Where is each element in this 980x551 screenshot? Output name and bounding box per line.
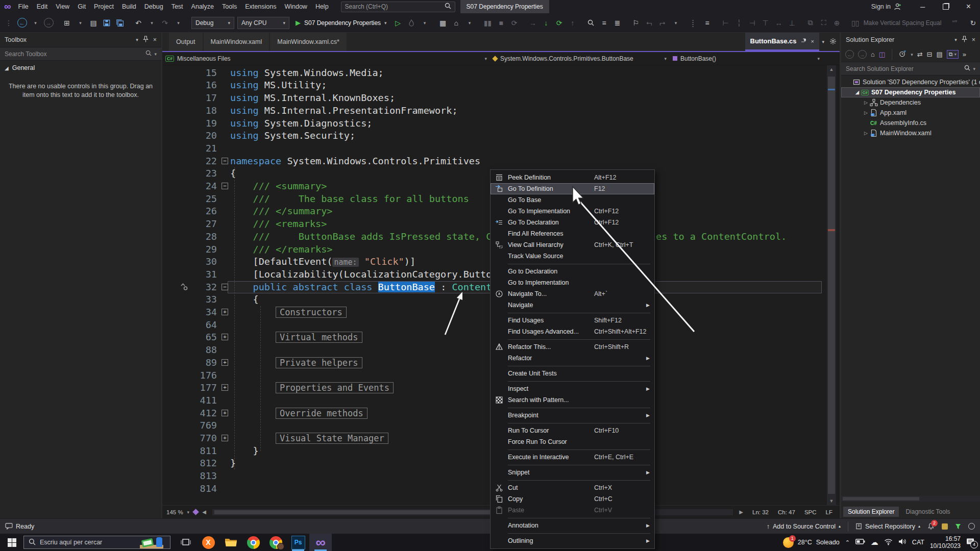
expand-region-icon[interactable]: + bbox=[222, 435, 228, 441]
menu-item-inspect[interactable]: Inspect▶ bbox=[491, 383, 654, 394]
spacing-icon[interactable]: ▯▯ bbox=[849, 16, 862, 30]
collapse-arrow-icon[interactable]: ◢ bbox=[854, 90, 861, 95]
tab-mainwindow-xaml[interactable]: MainWindow.xaml bbox=[204, 33, 270, 51]
feedback-icon[interactable] bbox=[5, 523, 13, 530]
expand-icon[interactable]: ⛶ bbox=[817, 16, 830, 30]
tree-item-s07-dependency-properties[interactable]: ◢C#S07 Dependency Properties bbox=[841, 87, 980, 97]
align-bottom-icon[interactable]: ⊥ bbox=[786, 16, 799, 30]
align-top-icon[interactable]: ⊤ bbox=[759, 16, 772, 30]
bookmark-icon[interactable]: ⚐ bbox=[629, 16, 643, 30]
menu-item-execute-in-interactive[interactable]: Execute in InteractiveCtrl+E, Ctrl+E bbox=[491, 452, 654, 463]
save-icon[interactable] bbox=[100, 16, 113, 30]
select-repository-button[interactable]: Select Repository ▴ bbox=[855, 523, 920, 530]
editor-options-gear-icon[interactable] bbox=[829, 38, 837, 46]
home-icon[interactable]: ⌂ bbox=[871, 51, 875, 58]
outdent-icon[interactable]: ≡ bbox=[701, 16, 714, 30]
taskbar-app-task-view[interactable] bbox=[175, 534, 197, 551]
hot-reload-icon[interactable] bbox=[405, 16, 418, 30]
dropdown-caret-icon[interactable]: ▾ bbox=[669, 16, 682, 30]
menu-item-search-with-pattern-[interactable]: Search with Pattern... bbox=[491, 394, 654, 406]
scroll-down-icon[interactable]: ▼ bbox=[827, 498, 836, 504]
dropdown-caret-icon[interactable]: ▾ bbox=[172, 16, 185, 30]
close-tab-icon[interactable]: × bbox=[811, 38, 814, 44]
expand-region-icon[interactable]: + bbox=[222, 410, 228, 416]
keyboard-language[interactable]: CAT bbox=[912, 539, 924, 546]
tool-tab-solution-explorer[interactable]: Solution Explorer bbox=[843, 507, 899, 517]
solution-explorer-search[interactable]: Search Solution Explorer ▾ bbox=[841, 62, 980, 76]
menu-item-go-to-declaration[interactable]: Go to Declaration bbox=[491, 266, 654, 277]
close-icon[interactable]: × bbox=[972, 36, 975, 43]
weather-widget[interactable]: 1 28°C Soleado bbox=[783, 537, 840, 548]
menu-help[interactable]: Help bbox=[311, 0, 333, 13]
filter-caret-icon[interactable]: ▾ bbox=[911, 52, 913, 57]
action-center-button[interactable]: 4 bbox=[966, 538, 975, 547]
chevron-down-icon[interactable]: ▾ bbox=[136, 37, 138, 42]
menu-debug[interactable]: Debug bbox=[140, 0, 167, 13]
dropdown-caret-icon[interactable]: ▾ bbox=[418, 16, 431, 30]
status-line-ending[interactable]: LF bbox=[826, 509, 832, 515]
collapse-region-icon[interactable]: − bbox=[222, 158, 228, 164]
menu-item-annotation[interactable]: Annotation▶ bbox=[491, 520, 654, 531]
tree-item-mainwindow-xaml[interactable]: ▷MainWindow.xaml bbox=[841, 128, 980, 138]
step-out-icon[interactable]: ↑ bbox=[566, 16, 579, 30]
sign-in-status-icon[interactable] bbox=[942, 523, 948, 530]
dropdown-caret-icon[interactable]: ▾ bbox=[74, 16, 87, 30]
solutions-folders-toggle[interactable]: ⧉▾ bbox=[947, 50, 959, 59]
close-icon[interactable]: × bbox=[153, 36, 157, 43]
menu-item-outlining[interactable]: Outlining▶ bbox=[491, 535, 654, 546]
zoom-level[interactable]: 145 % bbox=[166, 509, 183, 515]
step-over-icon[interactable]: ⟳ bbox=[553, 16, 566, 30]
chevron-down-icon[interactable]: ▾ bbox=[954, 37, 957, 42]
menu-item-track-value-source[interactable]: Track Value Source bbox=[491, 251, 654, 262]
restart-icon[interactable]: ⟳ bbox=[508, 16, 521, 30]
breadcrumb-0[interactable]: C#Miscellaneous Files▾ bbox=[162, 52, 490, 65]
menu-extensions[interactable]: Extensions bbox=[241, 0, 280, 13]
code-line[interactable]: 18using MS.Internal.PresentationFramewor… bbox=[162, 105, 827, 117]
pin-icon[interactable] bbox=[962, 36, 967, 44]
forward-icon[interactable]: → bbox=[858, 50, 867, 59]
collapsed-region-label[interactable]: Private helpers bbox=[276, 357, 362, 368]
menu-project[interactable]: Project bbox=[90, 0, 118, 13]
menu-item-find-usages[interactable]: Find UsagesShift+F12 bbox=[491, 315, 654, 326]
breadcrumb-2[interactable]: ButtonBase()▾ bbox=[670, 52, 823, 65]
toolbox-section-general[interactable]: ◢ General bbox=[0, 61, 161, 75]
comment-icon[interactable]: ≡ bbox=[598, 16, 611, 30]
expand-region-icon[interactable]: + bbox=[222, 309, 228, 315]
redo-icon[interactable]: ↷ bbox=[158, 16, 172, 30]
keep-open-icon[interactable] bbox=[801, 38, 807, 45]
overflow-icon[interactable]: » bbox=[963, 51, 966, 58]
code-line[interactable]: 16using MS.Utility; bbox=[162, 79, 827, 92]
code-line[interactable]: 22−namespace System.Windows.Controls.Pri… bbox=[162, 155, 827, 168]
same-size-icon[interactable]: ⧉ bbox=[804, 16, 817, 30]
tree-item-solution-s07-dependency-properties-1-of-1[interactable]: Solution 'S07 Dependency Properties' (1 … bbox=[841, 77, 980, 87]
taskbar-app-xampp[interactable]: X bbox=[197, 534, 219, 551]
menu-item-find-usages-advanced-[interactable]: Find Usages Advanced...Ctrl+Shift+Alt+F1… bbox=[491, 326, 654, 337]
volume-icon[interactable] bbox=[898, 538, 906, 546]
bookmark-prev-icon[interactable]: ⮢ bbox=[643, 16, 656, 30]
undo-icon[interactable]: ↶ bbox=[132, 16, 145, 30]
collapsed-region-label[interactable]: Constructors bbox=[276, 307, 347, 318]
menu-item-copy[interactable]: CopyCtrl+C bbox=[491, 493, 654, 505]
tree-item-assemblyinfo-cs[interactable]: C#AssemblyInfo.cs bbox=[841, 118, 980, 128]
menu-item-navigate-to-[interactable]: Navigate To...Alt+` bbox=[491, 288, 654, 299]
scroll-left-icon[interactable]: ◀ bbox=[202, 509, 206, 515]
switch-views-icon[interactable]: ◫ bbox=[879, 51, 885, 58]
scrollbar-thumb[interactable] bbox=[828, 77, 835, 494]
menu-git[interactable]: Git bbox=[74, 0, 90, 13]
collapse-all-icon[interactable]: ⊟ bbox=[927, 51, 933, 58]
uncomment-icon[interactable]: ≣ bbox=[611, 16, 624, 30]
sync-status-icon[interactable] bbox=[968, 523, 975, 530]
collapsed-region-label[interactable]: Visual State Manager bbox=[276, 433, 388, 444]
menu-item-go-to-declaration[interactable]: Go To DeclarationCtrl+F12 bbox=[491, 217, 654, 228]
nav-forward-icon[interactable]: → bbox=[42, 16, 55, 30]
step-into-icon[interactable]: ↓ bbox=[540, 16, 553, 30]
minimize-button[interactable]: ─ bbox=[911, 0, 934, 13]
taskbar-app-chrome[interactable] bbox=[242, 534, 264, 551]
zoom-caret-icon[interactable]: ▾ bbox=[187, 510, 190, 515]
indent-icon[interactable]: ⡇ bbox=[688, 16, 701, 30]
menu-analyze[interactable]: Analyze bbox=[187, 0, 218, 13]
collapsed-region-label[interactable]: Override methods bbox=[276, 408, 368, 419]
hidden-icons-chevron[interactable]: ⌃ bbox=[845, 539, 850, 546]
taskbar-app-visual-studio[interactable]: ∞ bbox=[309, 534, 332, 551]
menu-item-go-to-definition[interactable]: Go To DefinitionF12 bbox=[491, 183, 654, 194]
